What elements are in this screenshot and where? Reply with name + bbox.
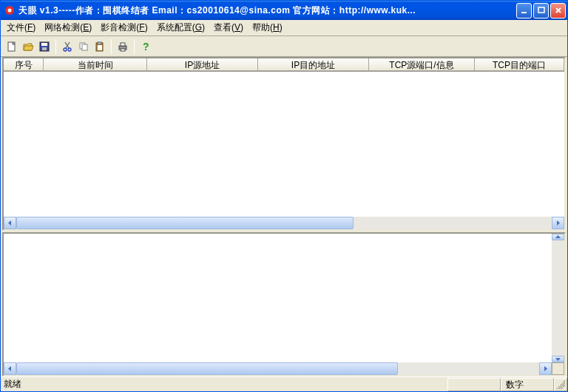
new-button[interactable] <box>4 38 20 55</box>
svg-rect-6 <box>41 43 47 46</box>
window-title: 天眼 v1.3-----作者：围棋终结者 Email：cs20010614@si… <box>18 4 516 17</box>
svg-rect-14 <box>98 45 102 50</box>
svg-rect-17 <box>121 49 125 51</box>
table-body[interactable] <box>4 72 564 217</box>
maximize-button[interactable] <box>533 3 549 18</box>
toolbar: ? <box>1 36 567 57</box>
svg-text:?: ? <box>143 41 149 53</box>
menu-help[interactable]: 帮助(H) <box>248 20 287 36</box>
toolbar-sep <box>55 39 56 54</box>
help-button[interactable]: ? <box>138 38 154 55</box>
status-empty <box>447 378 501 391</box>
menu-view[interactable]: 查看(V) <box>209 20 248 36</box>
scroll-left-icon[interactable] <box>4 362 16 375</box>
resize-grip[interactable] <box>554 378 567 391</box>
work-area: 序号 当前时间 IP源地址 IP目的地址 TCP源端口/信息 TCP目的端口 <box>1 57 567 376</box>
col-tcpdst[interactable]: TCP目的端口 <box>475 58 564 71</box>
svg-rect-11 <box>82 44 87 50</box>
menu-file[interactable]: 文件(F) <box>2 20 40 36</box>
menubar: 文件(F) 网络检测(E) 影音检测(F) 系统配置(G) 查看(V) 帮助(H… <box>1 20 567 36</box>
scroll-down-icon[interactable] <box>552 356 564 362</box>
scroll-left-icon[interactable] <box>4 217 16 229</box>
hscrollbar-top[interactable] <box>4 217 564 229</box>
scroll-track[interactable] <box>16 217 552 229</box>
print-button[interactable] <box>115 38 131 55</box>
statusbar: 就绪 数字 <box>1 376 567 391</box>
titlebar: 天眼 v1.3-----作者：围棋终结者 Email：cs20010614@si… <box>1 1 567 20</box>
hscrollbar-bottom[interactable] <box>4 362 564 375</box>
menu-mediadetect[interactable]: 影音检测(F) <box>96 20 152 36</box>
menu-netdetect[interactable]: 网络检测(E) <box>40 20 96 36</box>
window-buttons <box>516 3 566 18</box>
col-seq[interactable]: 序号 <box>4 58 44 71</box>
scroll-thumb[interactable] <box>16 217 354 229</box>
col-tcpsrc[interactable]: TCP源端口/信息 <box>369 58 475 71</box>
scroll-up-icon[interactable] <box>552 234 564 240</box>
detail-panel <box>2 232 566 376</box>
svg-point-9 <box>68 48 71 51</box>
close-button[interactable] <box>550 3 566 18</box>
cut-button[interactable] <box>59 38 75 55</box>
save-button[interactable] <box>36 38 53 55</box>
scroll-corner <box>552 362 564 375</box>
col-srcip[interactable]: IP源地址 <box>147 58 258 71</box>
minimize-button[interactable] <box>516 3 532 18</box>
scroll-right-icon[interactable] <box>539 362 552 375</box>
scroll-track[interactable] <box>552 240 564 356</box>
svg-rect-3 <box>538 7 544 13</box>
vscrollbar-bottom[interactable] <box>552 234 564 362</box>
app-icon <box>4 4 16 16</box>
svg-rect-13 <box>98 42 101 44</box>
status-numlock: 数字 <box>501 378 554 391</box>
scroll-thumb[interactable] <box>16 362 398 375</box>
menu-sysconfig[interactable]: 系统配置(G) <box>152 20 209 36</box>
detail-content[interactable] <box>4 234 552 362</box>
open-button[interactable] <box>20 38 36 55</box>
svg-rect-16 <box>121 43 125 46</box>
col-time[interactable]: 当前时间 <box>44 58 147 71</box>
paste-button[interactable] <box>92 38 108 55</box>
toolbar-sep <box>111 39 112 54</box>
scroll-right-icon[interactable] <box>552 217 564 229</box>
status-ready: 就绪 <box>1 378 447 391</box>
svg-rect-7 <box>42 47 47 50</box>
svg-rect-2 <box>521 12 527 13</box>
scroll-track[interactable] <box>16 362 539 375</box>
svg-point-8 <box>64 48 67 51</box>
col-dstip[interactable]: IP目的地址 <box>258 58 369 71</box>
copy-button[interactable] <box>75 38 92 55</box>
table-header: 序号 当前时间 IP源地址 IP目的地址 TCP源端口/信息 TCP目的端口 <box>4 58 564 72</box>
toolbar-sep <box>134 39 135 54</box>
svg-point-1 <box>8 9 12 13</box>
packet-table-panel: 序号 当前时间 IP源地址 IP目的地址 TCP源端口/信息 TCP目的端口 <box>2 57 566 231</box>
